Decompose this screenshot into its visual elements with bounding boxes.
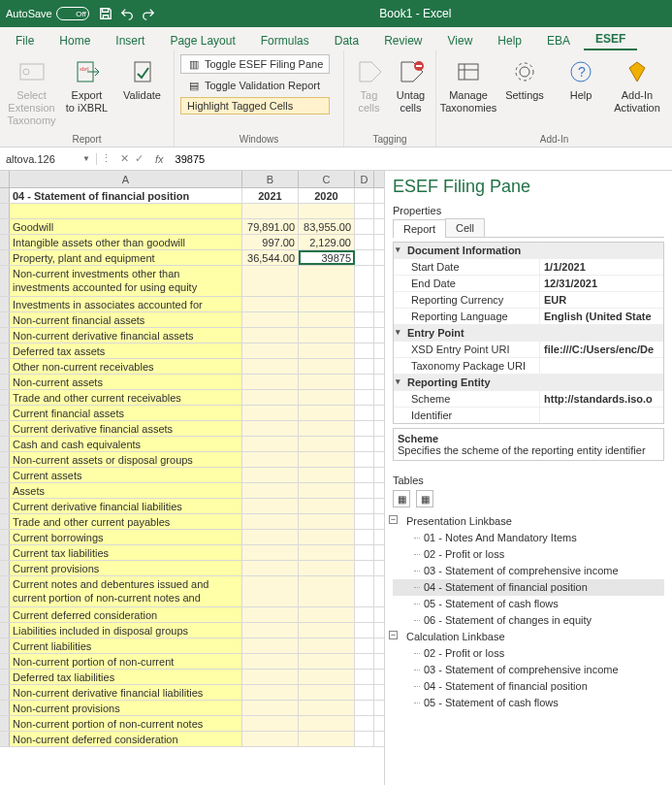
grid-cell[interactable]: 39875 [299,250,355,265]
grid-row-label[interactable]: Current liabilities [10,638,242,653]
grid-cell[interactable] [299,468,355,482]
col-d[interactable]: D [355,171,374,187]
grid-cell[interactable] [242,343,299,358]
grid-cell[interactable] [242,685,299,700]
grid-cell[interactable] [299,607,355,622]
grid-cell[interactable] [242,390,299,405]
grid-row-label[interactable]: Intangible assets other than goodwill [10,235,242,249]
prop-group[interactable]: Entry Point [394,325,539,341]
grid-row-label[interactable]: Other non-current receivables [10,359,242,374]
prop-value[interactable]: English (United State [539,309,663,324]
tab-cell[interactable]: Cell [445,218,485,237]
prop-value[interactable]: http://standards.iso.o [539,391,663,407]
col-c[interactable]: C [299,171,355,187]
tab-home[interactable]: Home [48,31,102,50]
grid-cell[interactable] [299,421,355,436]
grid-cell[interactable] [242,328,299,343]
fx-icon[interactable]: fx [149,153,170,165]
tree-expander[interactable]: − [389,631,398,639]
grid-cell[interactable] [299,328,355,343]
grid-cell[interactable] [299,685,355,700]
grid-cell[interactable] [299,437,355,451]
grid-header-title[interactable]: 04 - Statement of financial position [10,188,242,203]
grid-row-label[interactable]: Non-current financial assets [10,312,242,327]
toggle-esef-pane-button[interactable]: ▥ Toggle ESEF Filing Pane [180,54,330,74]
name-box[interactable]: altova.126 ▼ [0,153,97,165]
grid-cell[interactable] [242,530,299,544]
grid-cell[interactable] [242,452,299,467]
grid-cell[interactable] [299,266,355,296]
col-a[interactable]: A [10,171,242,187]
grid-cell[interactable] [299,499,355,513]
tree-item[interactable]: 02 - Profit or loss [393,645,664,662]
settings-button[interactable]: Settings [498,54,551,102]
tree-item[interactable]: 01 - Notes And Mandatory Items [393,530,664,546]
grid-cell[interactable] [242,732,299,746]
prop-group[interactable]: Reporting Entity [394,375,539,390]
grid-row-label[interactable]: Current tax liabilities [10,545,242,560]
grid-cell[interactable] [242,375,299,389]
grid-row-label[interactable]: Non-current assets [10,375,242,389]
grid-cell[interactable] [242,421,299,436]
tree-item[interactable]: 05 - Statement of cash flows [393,596,664,612]
untag-cells-button[interactable]: Untag cells [392,54,430,114]
cancel-icon[interactable]: ✕ [120,152,129,165]
grid-cell[interactable]: 36,544.00 [242,250,299,265]
grid-row-label[interactable]: Assets [10,483,242,498]
tab-view[interactable]: View [436,31,485,50]
grid-cell[interactable] [242,499,299,513]
grid-row-label[interactable]: Current assets [10,468,242,482]
grid-cell[interactable] [299,312,355,327]
grid-cell[interactable] [242,312,299,327]
chevron-down-icon[interactable]: ▼ [82,154,90,163]
grid-row-label[interactable]: Current financial assets [10,406,242,420]
grid-cell[interactable] [299,670,355,684]
col-b[interactable]: B [242,171,299,187]
tree-expander[interactable]: − [389,515,398,524]
prop-group[interactable]: Document Information [394,243,539,258]
grid-cell[interactable] [299,530,355,544]
validate-button[interactable]: Validate [116,54,168,102]
grid-row-label[interactable]: Non-current portion of non-current [10,654,242,669]
grid-row-label[interactable]: Non-current portion of non-current notes [10,716,242,731]
undo-icon[interactable] [118,5,136,22]
tab-esef[interactable]: ESEF [584,29,637,50]
autosave-toggle[interactable]: AutoSave Off [6,7,89,20]
prop-value[interactable]: 1/1/2021 [539,259,663,275]
prop-value[interactable]: file:///C:/Users/enc/De [539,342,663,357]
grid-cell[interactable] [242,638,299,653]
grid-cell[interactable] [299,359,355,374]
grid-cell[interactable]: 79,891.00 [242,219,299,234]
grid-cell[interactable] [299,623,355,638]
grid-row-label[interactable]: Cash and cash equivalents [10,437,242,451]
grid-cell[interactable] [242,576,299,606]
grid-row-label[interactable]: Property, plant and equipment [10,250,242,265]
grid-cell[interactable] [299,716,355,731]
tree-item[interactable]: 06 - Statement of changes in equity [393,612,664,629]
tree-item[interactable]: 02 - Profit or loss [393,546,664,563]
enter-icon[interactable]: ✓ [135,152,144,165]
spreadsheet-grid[interactable]: A B C D 04 - Statement of financial posi… [0,171,385,785]
grid-cell[interactable] [299,561,355,575]
tab-formulas[interactable]: Formulas [249,31,321,50]
grid-cell[interactable] [242,607,299,622]
property-grid[interactable]: Document InformationStart Date1/1/2021En… [393,242,664,424]
grid-cell[interactable] [242,266,299,296]
grid-cell[interactable] [242,561,299,575]
grid-cell[interactable] [242,297,299,311]
grid-cell[interactable] [242,437,299,451]
grid-header-2020[interactable]: 2020 [299,188,355,203]
toggle-validation-report-button[interactable]: ▤ Toggle Validation Report [180,76,330,95]
grid-cell[interactable] [242,514,299,529]
grid-row-label[interactable]: Non-current deferred consideration [10,732,242,746]
grid-row-label[interactable]: Deferred tax assets [10,343,242,358]
highlight-tagged-cells-button[interactable]: Highlight Tagged Cells [180,97,330,114]
grid-cell[interactable] [242,545,299,560]
grid-row-label[interactable]: Deferred tax liabilities [10,670,242,684]
tab-file[interactable]: File [4,31,46,50]
prop-value[interactable] [539,408,663,423]
prop-value[interactable]: EUR [539,292,663,308]
grid-row-label[interactable]: Investments in associates accounted for [10,297,242,311]
grid-cell[interactable] [299,343,355,358]
grid-cell[interactable] [242,406,299,420]
